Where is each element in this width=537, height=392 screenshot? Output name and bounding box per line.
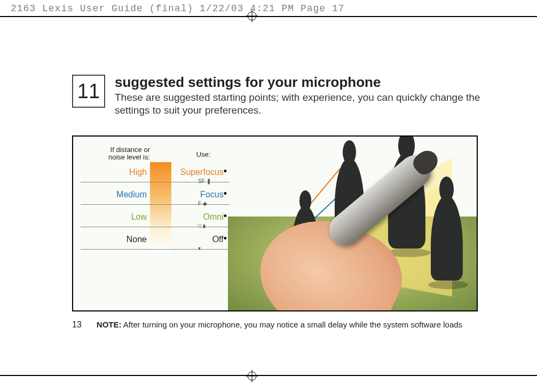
mode-icon-omni: □ ◗ [198,223,206,229]
note-text: NOTE: After turning on your microphone, … [97,320,462,330]
registration-mark-top-icon [246,10,258,22]
level-label: High [81,167,150,177]
mode-icon-off: ▾ [198,245,201,251]
person-silhouette-icon [431,195,463,281]
section-title: suggested settings for your microphone [115,75,505,90]
mode-label: Off• [150,234,230,245]
settings-diagram: If distance or noise level is: Use: High… [72,135,478,311]
table-row: Medium Focus• [81,185,230,205]
col-header-distance: If distance or noise level is: [81,146,150,162]
section-header: 11 suggested settings for your microphon… [72,75,505,117]
footnote: 13 NOTE: After turning on your microphon… [72,320,478,330]
illustration-scene [228,137,478,311]
crop-line-bottom [0,375,537,376]
print-header: 2163 Lexis User Guide (final) 1/22/03 4:… [11,3,345,14]
microphone-hand-icon [260,222,431,311]
level-label: None [81,235,150,244]
page-number: 13 [72,320,82,330]
mode-label: Superfocus• [150,166,230,178]
crop-line-top [0,16,537,17]
mode-icon-f: F ◆ [198,201,207,206]
mode-label: Omni• [150,211,230,222]
section-subtitle: These are suggested starting points; wit… [115,91,505,117]
registration-mark-bottom-icon [246,370,258,382]
section-number-box: 11 [72,75,105,108]
level-label: Low [81,212,150,222]
table-row: Low Omni• [81,207,230,227]
table-row: None Off• [81,229,230,250]
mode-icon-sf: SF ❚ [198,178,211,184]
col-header-use: Use: [177,150,230,158]
mode-label: Focus• [150,189,230,200]
level-label: Medium [81,190,150,199]
